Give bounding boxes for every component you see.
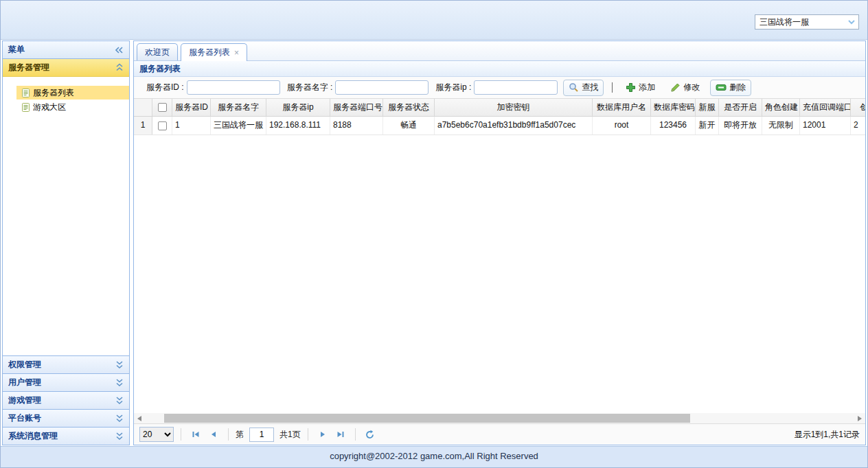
refresh-icon[interactable] bbox=[363, 427, 378, 442]
chevron-down-icon bbox=[846, 16, 857, 27]
last-page-icon[interactable] bbox=[333, 427, 348, 442]
accordion-label: 游戏管理 bbox=[8, 395, 41, 406]
sidebar-title: 菜单 bbox=[8, 44, 25, 56]
column-header-server-ip[interactable]: 服务器ip bbox=[266, 99, 330, 116]
server-id-input[interactable] bbox=[187, 80, 280, 95]
tab-welcome[interactable]: 欢迎页 bbox=[137, 43, 178, 60]
delete-button[interactable]: 删除 bbox=[710, 80, 751, 96]
accordion-label: 服务器管理 bbox=[8, 62, 49, 73]
server-table: 服务器ID 服务器名字 服务器ip 服务器端口号 服务器状态 加密密钥 数据库用… bbox=[134, 99, 865, 135]
accordion-section-platform-accounts[interactable]: 平台账号 bbox=[3, 409, 129, 427]
column-header-server-status[interactable]: 服务器状态 bbox=[383, 99, 435, 116]
accordion-label: 用户管理 bbox=[8, 377, 41, 388]
pagination-bar: 20 第 共1页 bbox=[134, 423, 865, 445]
button-label: 修改 bbox=[683, 82, 700, 93]
edit-button[interactable]: 修改 bbox=[665, 80, 705, 96]
cell-server-port: 8188 bbox=[330, 117, 383, 134]
horizontal-scrollbar[interactable] bbox=[134, 413, 865, 423]
page-label-prefix: 第 bbox=[236, 429, 244, 441]
next-page-icon[interactable] bbox=[315, 427, 330, 442]
column-header-server-id[interactable]: 服务器ID bbox=[172, 99, 211, 116]
server-select-value: 三国战将一服 bbox=[760, 16, 846, 28]
scroll-left-icon[interactable] bbox=[134, 413, 145, 423]
search-button[interactable]: 查找 bbox=[563, 80, 604, 96]
copyright-text: copyright@2002-2012 game.com,All Right R… bbox=[330, 451, 538, 461]
row-number: 1 bbox=[134, 117, 152, 134]
sidebar: 菜单 服务器管理 服务器列表 bbox=[2, 40, 130, 445]
sidebar-item-game-zone[interactable]: 游戏大区 bbox=[16, 100, 129, 114]
scroll-right-icon[interactable] bbox=[854, 413, 865, 423]
column-header-server-port[interactable]: 服务器端口号 bbox=[330, 99, 383, 116]
accordion-section-users[interactable]: 用户管理 bbox=[3, 373, 129, 391]
search-field-label: 服务器名字 : bbox=[287, 82, 333, 93]
row-checkbox-cell bbox=[152, 117, 172, 134]
cell-db-user: root bbox=[593, 117, 651, 134]
page: 三国战将一服 菜单 服务器管理 bbox=[0, 0, 868, 468]
delete-icon bbox=[716, 82, 727, 93]
cell-is-open: 即将开放 bbox=[719, 117, 762, 134]
accordion-section-system-messages[interactable]: 系统消息管理 bbox=[3, 427, 129, 445]
column-header-new-server[interactable]: 新服 bbox=[696, 99, 719, 116]
search-field-label: 服务器ID : bbox=[146, 82, 184, 93]
double-chevron-down-icon bbox=[115, 396, 124, 405]
accordion-section-permissions[interactable]: 权限管理 bbox=[3, 355, 129, 373]
select-all-cell bbox=[152, 99, 172, 116]
column-header-recharge-port[interactable]: 充值回调端口 bbox=[800, 99, 851, 116]
tab-label: 服务器列表 bbox=[189, 47, 230, 58]
server-ip-input[interactable] bbox=[474, 80, 558, 95]
row-checkbox[interactable] bbox=[158, 121, 167, 130]
scrollbar-track[interactable] bbox=[145, 413, 854, 423]
accordion-label: 平台账号 bbox=[8, 412, 41, 424]
accordion-section-server-management[interactable]: 服务器管理 bbox=[3, 59, 129, 77]
server-name-input[interactable] bbox=[335, 80, 429, 95]
tab-server-list[interactable]: 服务器列表 × bbox=[181, 43, 247, 61]
pager-separator bbox=[181, 428, 181, 441]
page-size-select[interactable]: 20 bbox=[139, 427, 174, 442]
cell-server-id: 1 bbox=[172, 117, 211, 134]
first-page-icon[interactable] bbox=[188, 427, 203, 442]
column-header-db-user[interactable]: 数据库用户名 bbox=[593, 99, 651, 116]
cell-server-status: 畅通 bbox=[383, 117, 435, 134]
select-all-checkbox[interactable] bbox=[158, 103, 167, 112]
column-header-is-open[interactable]: 是否开启 bbox=[719, 99, 762, 116]
accordion-label: 系统消息管理 bbox=[8, 430, 58, 442]
column-header-role-create[interactable]: 角色创建 bbox=[762, 99, 800, 116]
page-number-input[interactable] bbox=[249, 428, 274, 442]
top-header: 三国战将一服 bbox=[1, 1, 867, 40]
server-select[interactable]: 三国战将一服 bbox=[755, 14, 859, 30]
double-chevron-down-icon bbox=[115, 360, 124, 369]
toolbar-separator bbox=[612, 82, 613, 93]
add-icon bbox=[626, 82, 636, 93]
close-icon[interactable]: × bbox=[234, 49, 239, 57]
collapse-sidebar-icon[interactable] bbox=[115, 46, 124, 54]
cell-recharge-port: 12001 bbox=[800, 117, 851, 134]
sidebar-item-server-list[interactable]: 服务器列表 bbox=[16, 86, 129, 100]
main-panel: 欢迎页 服务器列表 × 服务器列表 服务器ID : 服务器名字 : 服务器ip … bbox=[133, 40, 866, 445]
prev-page-icon[interactable] bbox=[206, 427, 221, 442]
document-icon bbox=[22, 89, 30, 97]
accordion-section-games[interactable]: 游戏管理 bbox=[3, 391, 129, 409]
column-header-clipped[interactable]: 创 bbox=[851, 99, 865, 116]
cell-new-server: 新开 bbox=[696, 117, 719, 134]
button-label: 查找 bbox=[582, 82, 598, 93]
cell-server-name: 三国战将一服 bbox=[211, 117, 266, 134]
grid-empty-area bbox=[134, 135, 865, 413]
tab-label: 欢迎页 bbox=[145, 47, 170, 58]
sidebar-item-label: 游戏大区 bbox=[33, 102, 66, 113]
tabs-bar: 欢迎页 服务器列表 × bbox=[134, 41, 865, 61]
sidebar-header: 菜单 bbox=[3, 41, 129, 59]
accordion-label: 权限管理 bbox=[8, 359, 41, 371]
table-header-row: 服务器ID 服务器名字 服务器ip 服务器端口号 服务器状态 加密密钥 数据库用… bbox=[134, 99, 865, 117]
table-row[interactable]: 1 1 三国战将一服 192.168.8.111 8188 畅通 a7b5eb6… bbox=[134, 117, 865, 135]
add-button[interactable]: 添加 bbox=[621, 80, 660, 96]
cell-server-ip: 192.168.8.111 bbox=[266, 117, 330, 134]
search-field-label: 服务器ip : bbox=[435, 82, 471, 93]
column-header-db-password[interactable]: 数据库密码 bbox=[651, 99, 696, 116]
column-header-encryption-key[interactable]: 加密密钥 bbox=[435, 99, 593, 116]
column-header-server-name[interactable]: 服务器名字 bbox=[211, 99, 266, 116]
search-icon bbox=[569, 82, 579, 93]
scrollbar-thumb[interactable] bbox=[164, 414, 690, 423]
content-area: 菜单 服务器管理 服务器列表 bbox=[1, 40, 867, 446]
double-chevron-down-icon bbox=[115, 378, 124, 387]
button-label: 删除 bbox=[729, 82, 746, 93]
